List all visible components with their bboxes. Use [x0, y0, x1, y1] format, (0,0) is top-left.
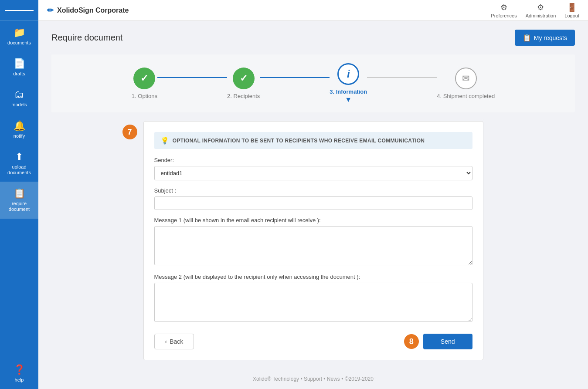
back-button[interactable]: ‹ Back — [154, 334, 194, 349]
sidebar-item-label-models: models — [11, 102, 27, 108]
sidebar-item-label-upload: uploaddocuments — [7, 164, 31, 176]
connector-2-3 — [260, 77, 330, 78]
subject-group: Subject : — [154, 187, 472, 210]
step-3-label: 3. Information — [330, 88, 367, 95]
message2-label: Message 2 (will be displayed to the reci… — [154, 274, 472, 280]
step-1: ✓ 1. Options — [132, 68, 157, 99]
administration-icon: ⚙ — [537, 3, 544, 12]
form-card-wrapper: 7 💡 OPTIONAL INFORMATION TO BE SENT TO R… — [143, 121, 483, 360]
sidebar-item-documents[interactable]: 📁 documents — [0, 21, 38, 52]
message1-group: Message 1 (will be shown in the email ea… — [154, 217, 472, 267]
sidebar-item-label-documents: documents — [7, 40, 31, 46]
upload-icon: ⬆ — [15, 151, 23, 162]
sidebar-item-drafts[interactable]: 📄 drafts — [0, 52, 38, 83]
topbar-actions: ⚙ Preferences ⚙ Administration 🚪 Logout — [491, 3, 579, 18]
pencil-icon: ✏ — [47, 6, 54, 15]
sidebar-item-label-drafts: drafts — [13, 71, 25, 77]
sidebar-item-label-notify: notify — [14, 133, 25, 139]
step-2-circle: ✓ — [233, 68, 255, 89]
notify-icon: 🔔 — [14, 120, 25, 132]
preferences-button[interactable]: ⚙ Preferences — [491, 3, 517, 18]
sender-label: Sender: — [154, 157, 472, 163]
step-4-circle: ✉ — [455, 68, 477, 89]
subject-input[interactable] — [154, 196, 472, 210]
step-1-label: 1. Options — [132, 93, 157, 99]
sidebar-item-require[interactable]: 📋 requiredocument — [0, 182, 38, 218]
hamburger-menu[interactable] — [0, 0, 38, 21]
sidebar-item-label-help: help — [15, 377, 24, 383]
message1-label: Message 1 (will be shown in the email ea… — [154, 217, 472, 223]
page-title: Require document — [51, 33, 122, 43]
preferences-icon: ⚙ — [500, 3, 507, 12]
send-button[interactable]: Send — [423, 334, 472, 349]
back-chevron-icon: ‹ — [165, 338, 167, 345]
message2-group: Message 2 (will be displayed to the reci… — [154, 274, 472, 323]
step-2-label: 2. Recipients — [227, 93, 260, 99]
main-content: Require document 📋 My requests ✓ 1. Opti… — [38, 21, 588, 389]
message2-textarea[interactable] — [154, 283, 472, 322]
step-4: ✉ 4. Shipment completed — [437, 68, 495, 99]
step-1-circle: ✓ — [133, 68, 155, 89]
stepper: ✓ 1. Options ✓ 2. Recipients i 3. Inform… — [51, 54, 575, 112]
connector-1-2 — [157, 77, 227, 78]
drafts-icon: 📄 — [14, 58, 25, 69]
require-icon: 📋 — [14, 188, 25, 199]
app-title: ✏ XolidoSign Corporate — [47, 6, 129, 15]
topbar: ✏ XolidoSign Corporate ⚙ Preferences ⚙ A… — [38, 0, 588, 21]
form-card: 💡 OPTIONAL INFORMATION TO BE SENT TO REC… — [143, 121, 483, 360]
step-3-circle: i — [337, 63, 359, 85]
bulb-icon: 💡 — [160, 136, 169, 145]
connector-3-4 — [367, 77, 437, 78]
subject-label: Subject : — [154, 187, 472, 194]
documents-icon: 📁 — [14, 27, 25, 38]
sidebar-item-notify[interactable]: 🔔 notify — [0, 114, 38, 145]
my-requests-icon: 📋 — [523, 34, 531, 42]
buttons-row: ‹ Back 8 Send — [154, 334, 472, 349]
sender-group: Sender: entidad1 entidad2 — [154, 157, 472, 180]
step-3: i 3. Information ▼ — [330, 63, 367, 104]
sidebar-item-upload[interactable]: ⬆ uploaddocuments — [0, 145, 38, 182]
send-area: 8 Send — [404, 334, 472, 349]
page-header: Require document 📋 My requests — [51, 30, 575, 46]
sender-select[interactable]: entidad1 entidad2 — [154, 166, 472, 180]
sidebar-item-help[interactable]: ❓ help — [0, 358, 38, 389]
help-icon: ❓ — [14, 364, 25, 375]
models-icon: 🗂 — [14, 89, 24, 100]
sidebar-item-models[interactable]: 🗂 models — [0, 83, 38, 114]
step-3-arrow: ▼ — [345, 96, 352, 104]
sidebar-item-label-require: requiredocument — [9, 201, 30, 212]
step-badge-7: 7 — [122, 125, 137, 139]
my-requests-button[interactable]: 📋 My requests — [515, 30, 575, 46]
step-badge-8: 8 — [404, 334, 419, 349]
step-4-label: 4. Shipment completed — [437, 93, 495, 99]
footer: Xolido® Technology • Support • News • ©2… — [51, 369, 575, 389]
message1-textarea[interactable] — [154, 226, 472, 265]
step-2: ✓ 2. Recipients — [227, 68, 260, 99]
administration-button[interactable]: ⚙ Administration — [526, 3, 556, 18]
logout-icon: 🚪 — [567, 3, 577, 12]
logout-button[interactable]: 🚪 Logout — [564, 3, 579, 18]
sidebar: 📁 documents 📄 drafts 🗂 models 🔔 notify ⬆… — [0, 0, 38, 389]
form-section-header: 💡 OPTIONAL INFORMATION TO BE SENT TO REC… — [154, 132, 472, 149]
